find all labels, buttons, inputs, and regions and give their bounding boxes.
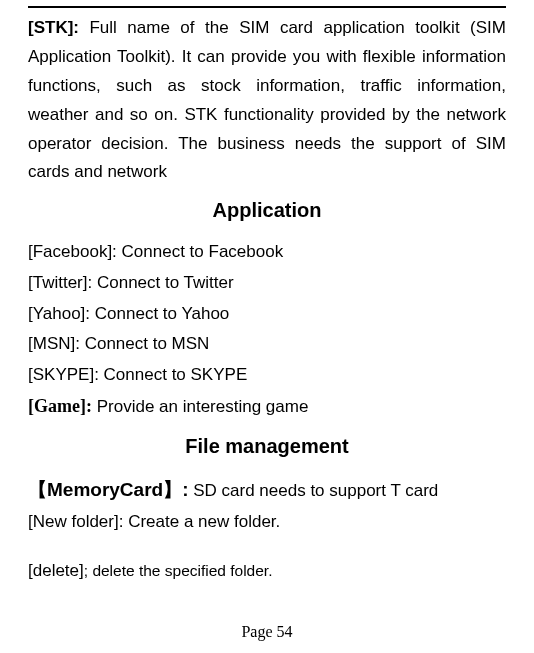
- game-label: [Game]:: [28, 396, 92, 416]
- delete-label: [delete]: [28, 561, 84, 580]
- game-text: Provide an interesting game: [92, 397, 308, 416]
- app-twitter: [Twitter]: Connect to Twitter: [28, 268, 506, 299]
- heading-file-management: File management: [28, 429, 506, 463]
- stk-text: Full name of the SIM card application to…: [28, 18, 506, 181]
- horizontal-rule: [28, 6, 506, 8]
- app-facebook: [Facebook]: Connect to Facebook: [28, 237, 506, 268]
- app-game: [Game]: Provide an interesting game: [28, 390, 506, 423]
- memorycard-line: 【MemoryCard】: SD card needs to support T…: [28, 473, 506, 507]
- app-msn: [MSN]: Connect to MSN: [28, 329, 506, 360]
- app-yahoo: [Yahoo]: Connect to Yahoo: [28, 299, 506, 330]
- stk-paragraph: [STK]: Full name of the SIM card applica…: [28, 14, 506, 187]
- delete-line: [delete]; delete the specified folder.: [28, 556, 506, 587]
- memorycard-text: SD card needs to support T card: [188, 481, 438, 500]
- stk-label: [STK]:: [28, 18, 79, 37]
- newfolder-line: [New folder]: Create a new folder.: [28, 507, 506, 538]
- app-skype: [SKYPE]: Connect to SKYPE: [28, 360, 506, 391]
- memorycard-label: 【MemoryCard】:: [28, 479, 188, 500]
- delete-text: ; delete the specified folder.: [84, 562, 273, 579]
- heading-application: Application: [28, 193, 506, 227]
- page-number: Page 54: [0, 618, 534, 645]
